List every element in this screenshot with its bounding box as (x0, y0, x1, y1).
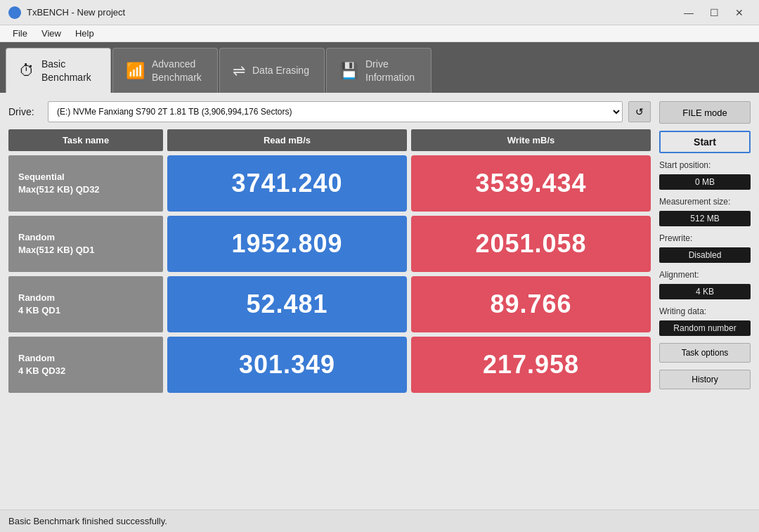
main-content: Drive: (E:) NVMe Fanxiang S790 2T 1.81 T… (0, 93, 759, 510)
menu-help[interactable]: Help (68, 27, 101, 40)
history-button[interactable]: History (659, 370, 751, 389)
close-button[interactable]: ✕ (728, 5, 751, 20)
row-write-4: 217.958 (411, 337, 651, 393)
col-read: Read mB/s (167, 129, 407, 151)
row-label-4: Random4 KB QD32 (8, 337, 163, 393)
measurement-size-value: 512 MB (659, 211, 751, 226)
alignment-label: Alignment: (659, 270, 751, 280)
table-row: Random4 KB QD32 301.349 217.958 (8, 337, 651, 393)
row-write-3: 89.766 (411, 276, 651, 332)
row-write-1: 3539.434 (411, 155, 651, 212)
status-text: Basic Benchmark finished successfully. (8, 516, 167, 526)
table-row: SequentialMax(512 KB) QD32 3741.240 3539… (8, 155, 651, 212)
tab-advanced-label: AdvancedBenchmark (152, 58, 202, 83)
left-panel: Drive: (E:) NVMe Fanxiang S790 2T 1.81 T… (8, 101, 651, 501)
start-position-label: Start position: (659, 160, 751, 170)
drive-row: Drive: (E:) NVMe Fanxiang S790 2T 1.81 T… (8, 101, 651, 122)
table-row: Random4 KB QD1 52.481 89.766 (8, 276, 651, 332)
row-read-1: 3741.240 (167, 155, 407, 212)
status-bar: Basic Benchmark finished successfully. (0, 510, 759, 532)
row-label-3: Random4 KB QD1 (8, 276, 163, 332)
basic-benchmark-icon: ⏱ (19, 63, 34, 79)
drive-refresh-button[interactable]: ↺ (628, 101, 651, 122)
writing-data-label: Writing data: (659, 306, 751, 316)
drive-select[interactable]: (E:) NVMe Fanxiang S790 2T 1.81 TB (3,90… (48, 101, 623, 122)
benchmark-table: Task name Read mB/s Write mB/s Sequentia… (8, 129, 651, 501)
table-row: RandomMax(512 KB) QD1 1952.809 2051.058 (8, 216, 651, 272)
row-read-3: 52.481 (167, 276, 407, 332)
advanced-benchmark-icon: 📶 (126, 63, 145, 79)
table-header: Task name Read mB/s Write mB/s (8, 129, 651, 151)
tab-data-erasing[interactable]: ⇌ Data Erasing (219, 48, 325, 93)
task-options-button[interactable]: Task options (659, 343, 751, 363)
menu-file[interactable]: File (6, 27, 34, 40)
drive-label: Drive: (8, 106, 42, 117)
drive-info-icon: 💾 (339, 63, 358, 79)
data-erasing-icon: ⇌ (233, 63, 245, 79)
measurement-size-label: Measurement size: (659, 197, 751, 207)
row-read-4: 301.349 (167, 337, 407, 393)
row-label-1: SequentialMax(512 KB) QD32 (8, 155, 163, 212)
writing-data-value: Random number (659, 320, 751, 336)
col-write: Write mB/s (411, 129, 651, 151)
minimize-button[interactable]: — (677, 5, 700, 20)
prewrite-value: Disabled (659, 247, 751, 263)
tab-basic-benchmark[interactable]: ⏱ BasicBenchmark (6, 48, 111, 93)
tab-bar: ⏱ BasicBenchmark 📶 AdvancedBenchmark ⇌ D… (0, 42, 759, 93)
tab-drive-information[interactable]: 💾 DriveInformation (326, 48, 432, 93)
tab-drive-label: DriveInformation (365, 58, 415, 83)
menu-bar: File View Help (0, 25, 759, 42)
row-label-2: RandomMax(512 KB) QD1 (8, 216, 163, 272)
right-panel: FILE mode Start Start position: 0 MB Mea… (659, 101, 751, 501)
window-title: TxBENCH - New project (27, 7, 677, 18)
tab-advanced-benchmark[interactable]: 📶 AdvancedBenchmark (112, 48, 218, 93)
menu-view[interactable]: View (34, 27, 68, 40)
start-position-value: 0 MB (659, 174, 751, 190)
file-mode-button[interactable]: FILE mode (659, 101, 751, 124)
prewrite-label: Prewrite: (659, 233, 751, 243)
tab-erasing-label: Data Erasing (252, 64, 309, 77)
start-button[interactable]: Start (659, 131, 751, 153)
window-controls: — ☐ ✕ (677, 5, 751, 20)
row-read-2: 1952.809 (167, 216, 407, 272)
app-icon (8, 6, 21, 19)
maximize-button[interactable]: ☐ (703, 5, 725, 20)
alignment-value: 4 KB (659, 284, 751, 299)
col-task-name: Task name (8, 129, 163, 151)
tab-basic-label: BasicBenchmark (41, 58, 91, 83)
title-bar: TxBENCH - New project — ☐ ✕ (0, 0, 759, 25)
row-write-2: 2051.058 (411, 216, 651, 272)
